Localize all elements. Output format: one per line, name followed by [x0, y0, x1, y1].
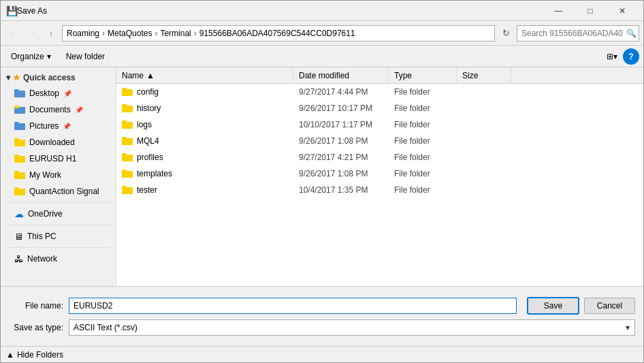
file-date: 9/26/2017 1:08 PM — [293, 169, 389, 178]
file-type: File folder — [389, 87, 457, 97]
file-type: File folder — [389, 104, 457, 113]
filename-label: File name: — [9, 301, 63, 311]
maximize-button[interactable]: □ — [575, 1, 606, 21]
sidebar-item-quantaction[interactable]: QuantAction Signal — [1, 183, 116, 200]
file-date: 9/27/2017 4:21 PM — [293, 153, 389, 162]
folder-icon-cell — [122, 170, 133, 178]
filetype-select[interactable]: ASCII Text (*.csv)CSV (*.csv)Excel (*.xl… — [69, 319, 635, 336]
table-row[interactable]: config 9/27/2017 4:44 PM File folder — [116, 84, 643, 100]
file-name: config — [137, 87, 159, 97]
address-path[interactable]: Roaming › MetaQuotes › Terminal › 915566… — [62, 25, 495, 42]
column-date[interactable]: Date modified — [293, 67, 389, 83]
filename-row: File name: Save Cancel — [9, 298, 635, 314]
path-terminal[interactable]: Terminal — [160, 29, 191, 38]
file-rows: config 9/27/2017 4:44 PM File folder his… — [116, 84, 643, 286]
folder-icon-cell — [122, 186, 133, 194]
quick-access-collapse-icon: ▾ — [6, 73, 10, 82]
column-name[interactable]: Name ▲ — [116, 67, 293, 83]
title-bar-buttons: — □ ✕ — [543, 1, 638, 21]
path-metaquotes[interactable]: MetaQuotes — [108, 29, 152, 38]
toolbar: Organize ▾ New folder ⊞ ▾ ? — [1, 46, 643, 67]
cancel-button[interactable]: Cancel — [584, 298, 635, 314]
window-icon: 💾 — [6, 5, 17, 16]
sidebar-item-desktop[interactable]: Desktop 📌 — [1, 85, 116, 101]
file-date: 10/4/2017 1:35 PM — [293, 185, 389, 195]
path-text: Roaming › MetaQuotes › Terminal › 915566… — [67, 29, 355, 38]
quantaction-folder-icon — [14, 187, 25, 195]
sidebar-item-documents[interactable]: Documents 📌 — [1, 101, 116, 118]
back-button[interactable]: ← — [5, 25, 21, 42]
view-button[interactable]: ⊞ ▾ — [604, 48, 620, 65]
up-button[interactable]: ↑ — [43, 25, 59, 42]
desktop-folder-icon — [14, 89, 25, 97]
new-folder-label: New folder — [66, 52, 105, 61]
sidebar-item-network[interactable]: 🖧 Network — [1, 251, 116, 267]
quick-access-star-icon: ★ — [13, 73, 20, 82]
sidebar-item-downloaded[interactable]: Downloaded — [1, 134, 116, 151]
save-button[interactable]: Save — [528, 298, 579, 314]
table-row[interactable]: tester 10/4/2017 1:35 PM File folder — [116, 182, 643, 198]
sidebar-item-eurusd[interactable]: EURUSD H1 — [1, 151, 116, 167]
sidebar-item-pictures[interactable]: Pictures 📌 — [1, 118, 116, 134]
table-row[interactable]: templates 9/26/2017 1:08 PM File folder — [116, 165, 643, 182]
filetype-select-wrapper[interactable]: ASCII Text (*.csv)CSV (*.csv)Excel (*.xl… — [69, 319, 635, 336]
organize-button[interactable]: Organize ▾ — [5, 48, 57, 65]
sidebar-item-mywork[interactable]: My Work — [1, 167, 116, 183]
search-box[interactable]: 🔍 — [517, 25, 639, 42]
quick-access-header[interactable]: ▾ ★ Quick access — [1, 70, 116, 85]
new-folder-button[interactable]: New folder — [60, 48, 111, 65]
refresh-button[interactable]: ↻ — [498, 25, 514, 42]
window-title: Save As — [17, 6, 543, 16]
search-input[interactable] — [521, 29, 624, 38]
close-button[interactable]: ✕ — [607, 1, 638, 21]
folder-icon-cell — [122, 121, 133, 129]
sidebar: ▾ ★ Quick access Desktop 📌 Documents 📌 — [1, 67, 116, 286]
filetype-row: Save as type: ASCII Text (*.csv)CSV (*.c… — [9, 319, 635, 336]
documents-folder-icon — [14, 106, 25, 114]
address-bar: ← → ↑ Roaming › MetaQuotes › Terminal › … — [1, 21, 643, 46]
sidebar-item-desktop-label: Desktop — [29, 89, 59, 98]
organize-dropdown-icon: ▾ — [47, 52, 51, 61]
documents-pin-icon: 📌 — [75, 106, 83, 114]
file-type: File folder — [389, 120, 457, 129]
sidebar-item-network-label: Network — [27, 254, 57, 264]
action-buttons: Save Cancel — [522, 298, 635, 314]
table-row[interactable]: MQL4 9/26/2017 1:08 PM File folder — [116, 133, 643, 149]
file-date: 9/26/2017 10:17 PM — [293, 104, 389, 113]
filetype-label: Save as type: — [9, 323, 63, 332]
folder-icon-cell — [122, 88, 133, 96]
minimize-button[interactable]: — — [543, 1, 574, 21]
search-icon: 🔍 — [626, 29, 637, 38]
column-type[interactable]: Type — [389, 67, 457, 83]
save-as-dialog: 💾 Save As — □ ✕ ← → ↑ Roaming › MetaQuot… — [0, 0, 644, 363]
hide-folders-button[interactable]: ▲ Hide Folders — [6, 350, 63, 360]
path-roaming[interactable]: Roaming — [67, 29, 99, 38]
filename-input[interactable] — [69, 298, 517, 314]
file-type: File folder — [389, 136, 457, 146]
forward-button[interactable]: → — [24, 25, 40, 42]
file-type: File folder — [389, 169, 457, 178]
sidebar-item-onedrive-label: OneDrive — [28, 209, 63, 219]
view-dropdown-icon: ▾ — [613, 52, 617, 61]
help-button[interactable]: ? — [623, 48, 639, 65]
sidebar-item-thispc[interactable]: 🖥 This PC — [1, 228, 116, 244]
table-row[interactable]: logs 10/10/2017 1:17 PM File folder — [116, 116, 643, 133]
file-type: File folder — [389, 185, 457, 195]
quick-access-section: ▾ ★ Quick access Desktop 📌 Documents 📌 — [1, 70, 116, 200]
sidebar-item-eurusd-label: EURUSD H1 — [29, 154, 76, 163]
quick-access-label: Quick access — [23, 73, 76, 82]
table-row[interactable]: profiles 9/27/2017 4:21 PM File folder — [116, 149, 643, 165]
sidebar-item-downloaded-label: Downloaded — [29, 138, 75, 147]
folder-icon-cell — [122, 153, 133, 161]
table-row[interactable]: history 9/26/2017 10:17 PM File folder — [116, 100, 643, 116]
cancel-label: Cancel — [597, 301, 622, 311]
sort-arrow: ▲ — [146, 71, 155, 80]
sidebar-item-onedrive[interactable]: ☁ OneDrive — [1, 206, 116, 222]
path-hash[interactable]: 915566BA06ADA407569C544CC0D97611 — [199, 29, 355, 38]
network-icon: 🖧 — [14, 254, 23, 264]
onedrive-icon: ☁ — [14, 208, 24, 219]
folder-icon-cell — [122, 137, 133, 145]
thispc-icon: 🖥 — [14, 232, 23, 242]
column-size[interactable]: Size — [457, 67, 511, 83]
status-bar: ▲ Hide Folders — [1, 346, 643, 362]
